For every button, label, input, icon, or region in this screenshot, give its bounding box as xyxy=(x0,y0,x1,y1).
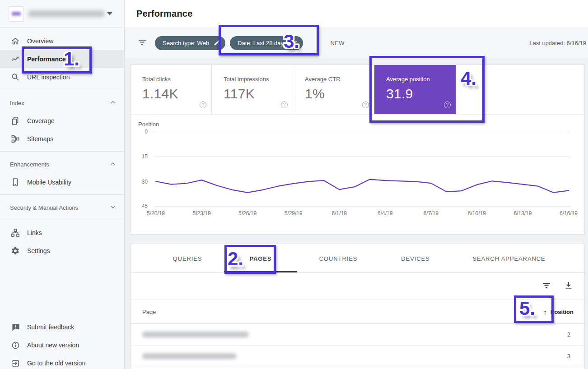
help-icon[interactable]: ? xyxy=(200,101,206,108)
metric-label: Average position xyxy=(386,76,456,83)
x-tick-label: 6/4/19 xyxy=(378,210,392,217)
last-updated-text: Last updated: 6/16/19 xyxy=(529,28,586,58)
site-logo-blurred xyxy=(12,12,21,16)
position-column-header[interactable]: ↑ Position xyxy=(543,308,574,316)
links-icon xyxy=(11,228,20,237)
sidebar-item-sitemaps[interactable]: Sitemaps xyxy=(0,130,124,148)
active-tab-underline xyxy=(224,271,297,272)
dimensions-table-card: QUERIES PAGES COUNTRIES DEVICES SEARCH A… xyxy=(130,244,585,369)
metric-value: 1% xyxy=(305,86,374,101)
site-name-blurred xyxy=(28,10,105,17)
metrics-row: Total clicks 1.14K ? Total impressions 1… xyxy=(131,65,584,115)
sidebar-item-label: Submit feedback xyxy=(27,323,74,331)
search-type-filter-chip[interactable]: Search type: Web xyxy=(155,36,225,50)
page-title: Performance xyxy=(136,9,192,19)
x-tick-label: 5/20/19 xyxy=(147,210,165,217)
x-tick-label: 6/7/19 xyxy=(424,210,439,217)
help-icon[interactable]: ? xyxy=(281,101,288,108)
metric-label: Average CTR xyxy=(305,76,374,83)
sidebar-item-label: Overview xyxy=(27,37,53,45)
sidebar-section-security: Security & Manual Actions xyxy=(0,195,124,220)
sitemaps-icon xyxy=(11,134,20,143)
x-tick-label: 5/23/19 xyxy=(193,210,211,217)
home-icon xyxy=(11,37,20,46)
sidebar-item-url-inspection[interactable]: URL inspection xyxy=(0,68,124,86)
table-filter-icon[interactable] xyxy=(542,282,551,291)
sidebar-item-links[interactable]: Links xyxy=(0,224,124,242)
new-filter-button[interactable]: NEW xyxy=(331,40,345,46)
sidebar-item-submit-feedback[interactable]: Submit feedback xyxy=(0,318,124,336)
section-label: Index xyxy=(10,100,24,106)
tab-countries[interactable]: COUNTRIES xyxy=(319,244,358,273)
average-ctr-card[interactable]: Average CTR 1% ? xyxy=(293,65,374,114)
url-inspection-icon xyxy=(11,73,20,82)
filter-list-icon[interactable] xyxy=(137,38,147,47)
tab-pages[interactable]: PAGES xyxy=(249,244,271,273)
sidebar-item-label: About new version xyxy=(27,341,79,349)
table-row xyxy=(131,367,584,369)
chevron-up-icon xyxy=(110,161,116,168)
page-column-header[interactable]: Page xyxy=(142,309,156,315)
tab-devices[interactable]: DEVICES xyxy=(401,244,429,273)
metrics-filler xyxy=(456,65,584,114)
mobile-usability-icon xyxy=(11,178,20,187)
sidebar-item-performance[interactable]: Performance xyxy=(0,50,124,68)
table-row: 3 xyxy=(131,346,584,367)
property-selector[interactable] xyxy=(0,0,124,28)
chip-label: Search type: Web xyxy=(163,40,209,46)
dropdown-caret-icon[interactable] xyxy=(107,12,112,15)
sidebar-item-coverage[interactable]: Coverage xyxy=(0,112,124,130)
tab-queries[interactable]: QUERIES xyxy=(173,244,202,273)
exit-icon xyxy=(11,359,20,368)
sidebar-section-enhancements: Enhancements Mobile Usability xyxy=(0,152,124,195)
sidebar-item-about-new-version[interactable]: About new version xyxy=(0,336,124,354)
sidebar-item-mobile-usability[interactable]: Mobile Usability xyxy=(0,173,124,191)
section-header-index[interactable]: Index xyxy=(0,94,124,112)
date-filter-chip[interactable]: Date: Last 28 days xyxy=(230,36,303,50)
settings-icon xyxy=(11,246,20,255)
sort-ascending-icon: ↑ xyxy=(543,308,547,316)
help-icon[interactable]: ? xyxy=(362,101,369,108)
sidebar-item-overview[interactable]: Overview xyxy=(0,32,124,50)
sidebar-item-go-to-old-version[interactable]: Go to the old version xyxy=(0,354,124,369)
total-clicks-card[interactable]: Total clicks 1.14K ? xyxy=(131,65,212,114)
average-position-card[interactable]: Average position 31.9 ? xyxy=(374,65,456,114)
x-tick-label: 6/16/19 xyxy=(560,210,578,217)
top-bar: Performance xyxy=(125,0,588,28)
content-area: Total clicks 1.14K ? Total impressions 1… xyxy=(125,58,588,369)
download-icon[interactable] xyxy=(565,281,573,291)
section-header-security-manual-actions[interactable]: Security & Manual Actions xyxy=(0,198,124,217)
info-icon xyxy=(11,341,20,350)
performance-summary-card: Total clicks 1.14K ? Total impressions 1… xyxy=(130,65,585,235)
feedback-icon xyxy=(11,323,20,332)
help-icon[interactable]: ? xyxy=(444,101,451,108)
coverage-icon xyxy=(11,116,20,125)
table-row: 2 xyxy=(131,324,584,346)
metric-value: 1.14K xyxy=(142,86,211,101)
x-tick-label: 6/1/19 xyxy=(332,210,347,217)
edit-pencil-icon[interactable] xyxy=(291,40,298,46)
sidebar-section-index: Index Coverage Sitemaps xyxy=(0,90,124,152)
filter-bar: Search type: Web Date: Last 28 days NEW … xyxy=(125,28,588,58)
x-tick-label: 5/26/19 xyxy=(238,210,257,217)
metric-label: Total clicks xyxy=(142,76,211,83)
tab-search-appearance[interactable]: SEARCH APPEARANCE xyxy=(472,244,545,273)
chip-label: Date: Last 28 days xyxy=(238,40,286,46)
edit-pencil-icon[interactable] xyxy=(214,40,220,46)
x-tick-label: 6/10/19 xyxy=(468,210,486,217)
page-url-blurred[interactable] xyxy=(142,353,237,359)
page-url-blurred[interactable] xyxy=(142,332,249,337)
position-value: 3 xyxy=(567,353,570,360)
total-impressions-card[interactable]: Total impressions 117K ? xyxy=(212,65,293,114)
section-header-enhancements[interactable]: Enhancements xyxy=(0,155,124,173)
chevron-down-icon xyxy=(110,204,116,212)
sidebar-item-label: Mobile Usability xyxy=(27,179,71,186)
site-logo xyxy=(9,6,24,22)
dimension-tabs: QUERIES PAGES COUNTRIES DEVICES SEARCH A… xyxy=(131,244,584,273)
sidebar-item-label: Coverage xyxy=(27,117,55,125)
table-toolbar xyxy=(131,273,584,300)
x-axis-labels: 5/20/195/23/195/26/195/29/196/1/196/4/19… xyxy=(131,115,584,234)
sidebar-item-settings[interactable]: Settings xyxy=(0,242,124,260)
table-header-row: Page ↑ Position xyxy=(131,300,584,324)
sidebar-item-label: Performance xyxy=(27,55,66,63)
